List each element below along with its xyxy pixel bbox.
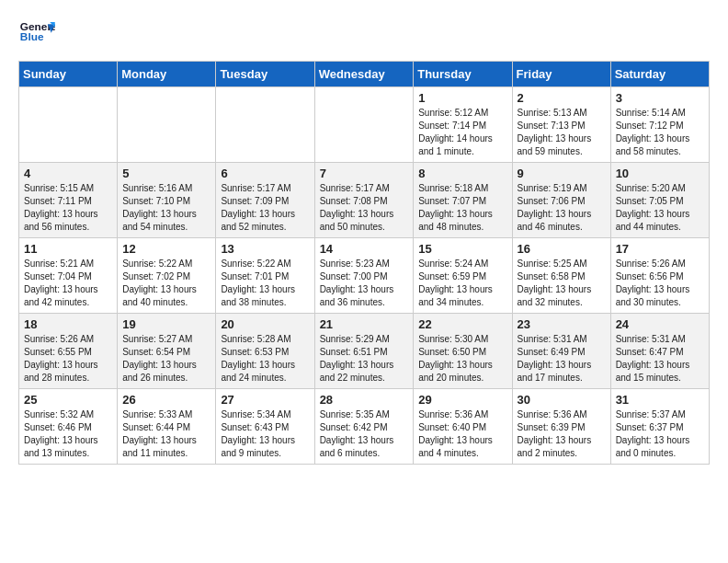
calendar-table: SundayMondayTuesdayWednesdayThursdayFrid… — [18, 61, 710, 465]
day-cell: 13Sunrise: 5:22 AM Sunset: 7:01 PM Dayli… — [216, 238, 314, 314]
week-row-1: 4Sunrise: 5:15 AM Sunset: 7:11 PM Daylig… — [19, 163, 710, 238]
day-number: 23 — [518, 317, 606, 331]
day-detail: Sunrise: 5:17 AM Sunset: 7:08 PM Dayligh… — [320, 182, 409, 234]
day-number: 13 — [221, 242, 309, 256]
svg-text:Blue: Blue — [20, 30, 44, 43]
day-number: 22 — [418, 317, 506, 331]
logo-icon: General Blue — [18, 18, 55, 46]
day-detail: Sunrise: 5:15 AM Sunset: 7:11 PM Dayligh… — [24, 182, 112, 234]
day-number: 15 — [418, 242, 506, 256]
page-header: General Blue — [18, 18, 710, 46]
day-cell — [216, 87, 314, 163]
day-number: 18 — [24, 317, 112, 331]
day-cell: 22Sunrise: 5:30 AM Sunset: 6:50 PM Dayli… — [414, 314, 512, 389]
day-cell: 29Sunrise: 5:36 AM Sunset: 6:40 PM Dayli… — [414, 389, 512, 465]
day-number: 7 — [320, 167, 409, 180]
week-row-2: 11Sunrise: 5:21 AM Sunset: 7:04 PM Dayli… — [19, 238, 710, 314]
day-cell: 12Sunrise: 5:22 AM Sunset: 7:02 PM Dayli… — [118, 238, 216, 314]
day-number: 19 — [122, 317, 210, 331]
day-number: 5 — [122, 167, 210, 180]
day-detail: Sunrise: 5:25 AM Sunset: 6:58 PM Dayligh… — [518, 258, 606, 309]
day-number: 24 — [616, 317, 704, 331]
day-number: 20 — [221, 317, 309, 331]
day-cell: 19Sunrise: 5:27 AM Sunset: 6:54 PM Dayli… — [118, 314, 216, 389]
day-number: 6 — [221, 167, 309, 180]
header-thursday: Thursday — [414, 62, 512, 87]
day-detail: Sunrise: 5:12 AM Sunset: 7:14 PM Dayligh… — [418, 107, 506, 158]
day-cell: 2Sunrise: 5:13 AM Sunset: 7:13 PM Daylig… — [512, 87, 610, 163]
day-number: 25 — [24, 393, 112, 407]
day-detail: Sunrise: 5:21 AM Sunset: 7:04 PM Dayligh… — [24, 258, 112, 309]
day-detail: Sunrise: 5:18 AM Sunset: 7:07 PM Dayligh… — [418, 182, 506, 234]
week-row-0: 1Sunrise: 5:12 AM Sunset: 7:14 PM Daylig… — [19, 87, 710, 163]
day-cell: 9Sunrise: 5:19 AM Sunset: 7:06 PM Daylig… — [512, 163, 610, 238]
header-friday: Friday — [512, 62, 610, 87]
day-cell: 1Sunrise: 5:12 AM Sunset: 7:14 PM Daylig… — [414, 87, 512, 163]
header-saturday: Saturday — [610, 62, 709, 87]
day-cell: 8Sunrise: 5:18 AM Sunset: 7:07 PM Daylig… — [414, 163, 512, 238]
day-detail: Sunrise: 5:20 AM Sunset: 7:05 PM Dayligh… — [616, 182, 704, 234]
day-cell: 6Sunrise: 5:17 AM Sunset: 7:09 PM Daylig… — [216, 163, 314, 238]
header-monday: Monday — [118, 62, 216, 87]
day-detail: Sunrise: 5:13 AM Sunset: 7:13 PM Dayligh… — [518, 107, 606, 158]
day-cell: 3Sunrise: 5:14 AM Sunset: 7:12 PM Daylig… — [610, 87, 709, 163]
day-detail: Sunrise: 5:30 AM Sunset: 6:50 PM Dayligh… — [418, 333, 506, 385]
day-detail: Sunrise: 5:23 AM Sunset: 7:00 PM Dayligh… — [320, 258, 409, 309]
day-number: 31 — [616, 393, 704, 407]
day-cell: 30Sunrise: 5:36 AM Sunset: 6:39 PM Dayli… — [512, 389, 610, 465]
day-number: 16 — [518, 242, 606, 256]
day-cell — [19, 87, 118, 163]
day-number: 29 — [418, 393, 506, 407]
day-cell: 31Sunrise: 5:37 AM Sunset: 6:37 PM Dayli… — [610, 389, 709, 465]
header-row: SundayMondayTuesdayWednesdayThursdayFrid… — [19, 62, 710, 87]
day-number: 1 — [418, 91, 506, 105]
header-wednesday: Wednesday — [314, 62, 414, 87]
day-number: 14 — [320, 242, 409, 256]
day-number: 12 — [122, 242, 210, 256]
day-detail: Sunrise: 5:22 AM Sunset: 7:01 PM Dayligh… — [221, 258, 309, 309]
day-number: 10 — [616, 167, 704, 180]
day-cell: 15Sunrise: 5:24 AM Sunset: 6:59 PM Dayli… — [414, 238, 512, 314]
day-detail: Sunrise: 5:19 AM Sunset: 7:06 PM Dayligh… — [518, 182, 606, 234]
day-cell: 26Sunrise: 5:33 AM Sunset: 6:44 PM Dayli… — [118, 389, 216, 465]
day-detail: Sunrise: 5:14 AM Sunset: 7:12 PM Dayligh… — [616, 107, 704, 158]
day-number: 4 — [24, 167, 112, 180]
day-detail: Sunrise: 5:36 AM Sunset: 6:40 PM Dayligh… — [418, 408, 506, 460]
day-number: 2 — [518, 91, 606, 105]
day-detail: Sunrise: 5:34 AM Sunset: 6:43 PM Dayligh… — [221, 408, 309, 460]
day-detail: Sunrise: 5:26 AM Sunset: 6:56 PM Dayligh… — [616, 258, 704, 309]
day-cell — [118, 87, 216, 163]
day-cell: 7Sunrise: 5:17 AM Sunset: 7:08 PM Daylig… — [314, 163, 414, 238]
week-row-3: 18Sunrise: 5:26 AM Sunset: 6:55 PM Dayli… — [19, 314, 710, 389]
day-number: 28 — [320, 393, 409, 407]
day-cell: 4Sunrise: 5:15 AM Sunset: 7:11 PM Daylig… — [19, 163, 118, 238]
day-cell: 11Sunrise: 5:21 AM Sunset: 7:04 PM Dayli… — [19, 238, 118, 314]
day-cell: 25Sunrise: 5:32 AM Sunset: 6:46 PM Dayli… — [19, 389, 118, 465]
day-detail: Sunrise: 5:17 AM Sunset: 7:09 PM Dayligh… — [221, 182, 309, 234]
header-tuesday: Tuesday — [216, 62, 314, 87]
day-number: 30 — [518, 393, 606, 407]
day-cell: 10Sunrise: 5:20 AM Sunset: 7:05 PM Dayli… — [610, 163, 709, 238]
day-cell: 17Sunrise: 5:26 AM Sunset: 6:56 PM Dayli… — [610, 238, 709, 314]
day-cell: 23Sunrise: 5:31 AM Sunset: 6:49 PM Dayli… — [512, 314, 610, 389]
day-cell: 18Sunrise: 5:26 AM Sunset: 6:55 PM Dayli… — [19, 314, 118, 389]
day-cell: 21Sunrise: 5:29 AM Sunset: 6:51 PM Dayli… — [314, 314, 414, 389]
day-detail: Sunrise: 5:36 AM Sunset: 6:39 PM Dayligh… — [518, 408, 606, 460]
header-sunday: Sunday — [19, 62, 118, 87]
day-detail: Sunrise: 5:32 AM Sunset: 6:46 PM Dayligh… — [24, 408, 112, 460]
day-detail: Sunrise: 5:26 AM Sunset: 6:55 PM Dayligh… — [24, 333, 112, 385]
week-row-4: 25Sunrise: 5:32 AM Sunset: 6:46 PM Dayli… — [19, 389, 710, 465]
day-cell: 28Sunrise: 5:35 AM Sunset: 6:42 PM Dayli… — [314, 389, 414, 465]
day-number: 17 — [616, 242, 704, 256]
day-detail: Sunrise: 5:33 AM Sunset: 6:44 PM Dayligh… — [122, 408, 210, 460]
day-cell: 14Sunrise: 5:23 AM Sunset: 7:00 PM Dayli… — [314, 238, 414, 314]
day-detail: Sunrise: 5:22 AM Sunset: 7:02 PM Dayligh… — [122, 258, 210, 309]
day-number: 11 — [24, 242, 112, 256]
day-detail: Sunrise: 5:29 AM Sunset: 6:51 PM Dayligh… — [320, 333, 409, 385]
day-detail: Sunrise: 5:37 AM Sunset: 6:37 PM Dayligh… — [616, 408, 704, 460]
day-detail: Sunrise: 5:35 AM Sunset: 6:42 PM Dayligh… — [320, 408, 409, 460]
day-number: 27 — [221, 393, 309, 407]
day-detail: Sunrise: 5:16 AM Sunset: 7:10 PM Dayligh… — [122, 182, 210, 234]
day-cell: 16Sunrise: 5:25 AM Sunset: 6:58 PM Dayli… — [512, 238, 610, 314]
day-cell: 24Sunrise: 5:31 AM Sunset: 6:47 PM Dayli… — [610, 314, 709, 389]
